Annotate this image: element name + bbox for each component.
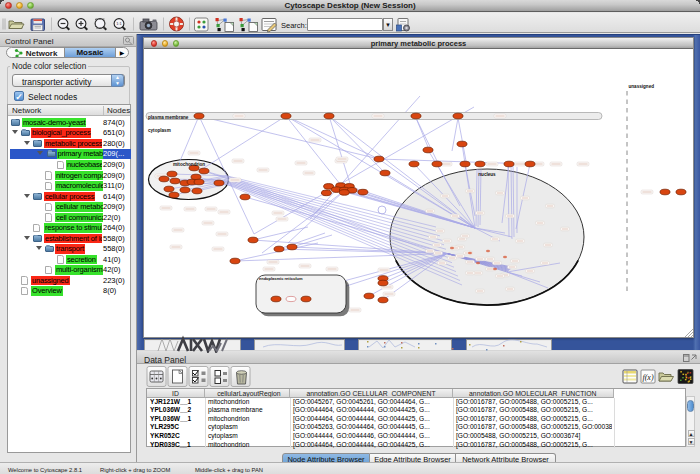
svg-text:unassigned: unassigned <box>629 84 655 89</box>
svg-text:plasma membrane: plasma membrane <box>148 115 189 120</box>
svg-text:endoplasmic reticulum: endoplasmic reticulum <box>259 276 303 281</box>
svg-text:1:1: 1:1 <box>116 21 122 26</box>
svg-text:cytoplasm: cytoplasm <box>148 128 171 133</box>
svg-text:mitochondrion: mitochondrion <box>173 162 205 167</box>
svg-text:nucleus: nucleus <box>478 172 496 177</box>
svg-text:f(x): f(x) <box>642 373 653 382</box>
